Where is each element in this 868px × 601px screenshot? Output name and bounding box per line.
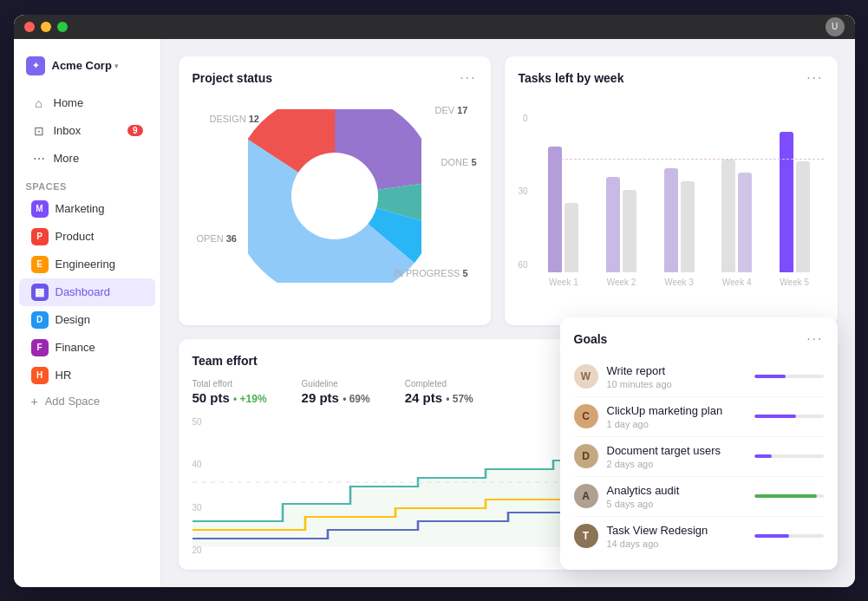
add-space-button[interactable]: + Add Space (19, 389, 155, 414)
stat-total-value: 50 pts • +19% (193, 390, 267, 405)
sidebar-item-design[interactable]: D Design (19, 306, 155, 334)
pie-label-open: OPEN 36 (197, 233, 237, 244)
line-y-20: 20 (193, 545, 202, 555)
goal-time-3: 2 days ago (607, 459, 754, 469)
pie-label-done: DONE 5 (441, 157, 477, 167)
bar-w2-2 (623, 190, 636, 272)
goal-bar-fill-5 (754, 534, 789, 538)
goals-card: Goals ··· W Write report 10 minutes ago … (560, 317, 838, 570)
goal-time-2: 1 day ago (607, 419, 754, 429)
goal-info-4: Analytics audit 5 days ago (607, 484, 754, 509)
hr-icon: H (31, 367, 49, 384)
finance-icon: F (31, 339, 49, 356)
hr-label: HR (55, 369, 72, 382)
stat-completed: Completed 24 pts • 57% (405, 379, 473, 405)
sidebar-item-inbox[interactable]: ⊡ Inbox 9 (19, 117, 155, 145)
tasks-by-week-card: Tasks left by week ··· 60 30 0 (505, 56, 838, 325)
bar-pair-week1 (548, 116, 578, 272)
more-label: More (54, 152, 143, 165)
close-button[interactable] (24, 22, 35, 32)
engineering-icon: E (31, 256, 49, 273)
bar-pair-week5 (780, 116, 810, 272)
goals-menu[interactable]: ··· (806, 331, 823, 347)
stat-guideline-label: Guideline (302, 379, 370, 389)
stat-guideline-value: 29 pts • 69% (302, 390, 370, 405)
bar-pair-week4 (721, 116, 752, 272)
workspace-selector[interactable]: ✦ Acme Corp ▾ (14, 49, 160, 82)
sidebar-item-engineering[interactable]: E Engineering (19, 251, 155, 278)
chevron-down-icon: ▾ (114, 62, 119, 70)
project-status-menu[interactable]: ··· (460, 70, 476, 86)
stat-total-label: Total effort (193, 379, 267, 389)
goal-time-5: 14 days ago (607, 539, 754, 549)
goal-item-1: W Write report 10 minutes ago (574, 357, 824, 397)
app-window: U ✦ Acme Corp ▾ ⌂ Home ⊡ Inbox 9 ⋯ More (14, 15, 855, 587)
dashboard-label: Dashboard (55, 285, 111, 298)
bar-group-week5: Week 5 (766, 116, 824, 287)
goal-avatar-5: T (574, 524, 598, 548)
bar-w3-1 (664, 168, 678, 272)
bar-group-week4: Week 4 (708, 116, 766, 287)
sidebar-item-dashboard[interactable]: ▦ Dashboard (19, 278, 155, 306)
stat-total: Total effort 50 pts • +19% (193, 379, 267, 405)
tasks-title: Tasks left by week (519, 71, 624, 85)
sidebar-item-marketing[interactable]: M Marketing (19, 195, 155, 223)
inbox-label: Inbox (54, 124, 127, 137)
week1-label: Week 1 (549, 278, 578, 287)
goal-bar-fill-1 (754, 375, 786, 378)
dashboard-icon: ▦ (31, 284, 49, 301)
team-effort-title: Team effort (193, 354, 258, 368)
project-status-card: Project status ··· (179, 56, 491, 325)
goal-progress-3 (754, 454, 824, 458)
goal-bar-bg-5 (754, 534, 824, 538)
goal-info-1: Write report 10 minutes ago (607, 364, 754, 389)
project-status-header: Project status ··· (193, 70, 477, 86)
goal-name-2: ClickUp marketing plan (607, 404, 754, 417)
tasks-menu[interactable]: ··· (806, 70, 823, 86)
spaces-section-title: Spaces (14, 173, 160, 195)
bar-group-week2: Week 2 (592, 116, 650, 287)
week3-label: Week 3 (664, 278, 694, 287)
minimize-button[interactable] (41, 22, 51, 32)
design-label: Design (55, 313, 90, 326)
home-icon: ⌂ (31, 95, 47, 111)
user-avatar[interactable]: U (826, 17, 845, 36)
project-status-title: Project status (193, 71, 273, 85)
stat-completed-extra: • 57% (446, 393, 473, 405)
goals-header: Goals ··· (574, 331, 824, 347)
sidebar-item-hr[interactable]: H HR (19, 362, 155, 389)
goal-info-3: Document target users 2 days ago (607, 444, 754, 469)
goal-item-4: A Analytics audit 5 days ago (574, 477, 824, 517)
stat-completed-label: Completed (405, 379, 473, 389)
bar-w3-2 (681, 181, 695, 272)
week5-label: Week 5 (780, 278, 809, 287)
stat-total-extra: • +19% (233, 393, 267, 405)
home-label: Home (54, 96, 143, 109)
goal-progress-5 (754, 534, 824, 538)
marketing-label: Marketing (55, 202, 105, 215)
sidebar-item-product[interactable]: P Product (19, 223, 155, 251)
titlebar: U (14, 15, 855, 39)
bars-row: Week 1 Week 2 (535, 131, 824, 287)
sidebar-item-home[interactable]: ⌂ Home (19, 89, 155, 117)
goal-bar-fill-4 (754, 494, 817, 498)
y-label-60: 60 (519, 260, 528, 270)
bar-pair-week3 (664, 116, 695, 272)
maximize-button[interactable] (57, 22, 68, 32)
sidebar-item-finance[interactable]: F Finance (19, 334, 155, 362)
dashed-reference-line (561, 159, 824, 160)
product-label: Product (55, 230, 95, 243)
sidebar: ✦ Acme Corp ▾ ⌂ Home ⊡ Inbox 9 ⋯ More Sp… (14, 39, 161, 587)
pie-chart: DEV 17 DONE 5 IN PROGRESS 5 OPEN 36 DESI (193, 96, 477, 296)
sidebar-item-more[interactable]: ⋯ More (19, 145, 155, 173)
stat-completed-value: 24 pts • 57% (405, 390, 473, 405)
goal-name-1: Write report (607, 364, 754, 377)
goal-info-5: Task View Redesign 14 days ago (607, 524, 754, 549)
bar-group-week1: Week 1 (535, 116, 593, 287)
week2-label: Week 2 (607, 278, 636, 287)
goal-progress-2 (754, 415, 824, 418)
stat-guideline: Guideline 29 pts • 69% (302, 379, 370, 405)
inbox-badge: 9 (127, 125, 143, 136)
goal-avatar-4: A (574, 484, 598, 508)
goal-bar-fill-2 (754, 415, 796, 418)
